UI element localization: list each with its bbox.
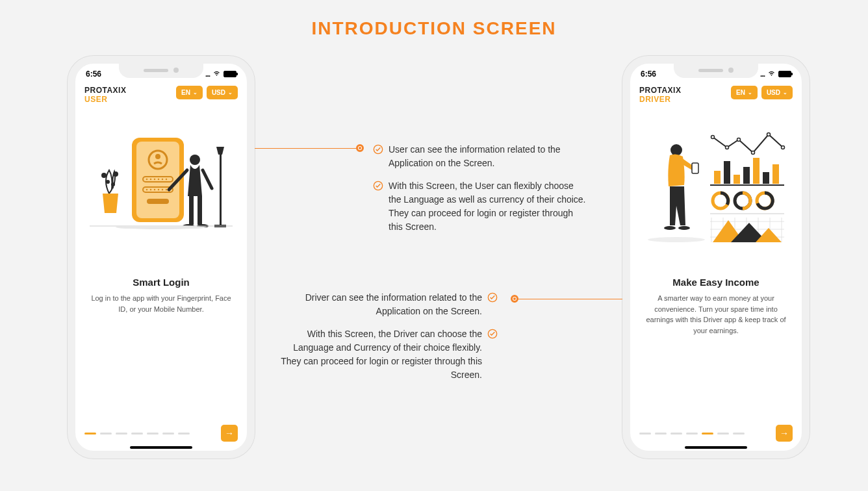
page-title: INTRODUCTION SCREEN [0,0,868,39]
svg-rect-40 [734,175,740,184]
pagination-dot[interactable] [84,433,96,434]
svg-point-29 [111,183,115,186]
user-info-block: User can see the information related to … [373,143,587,243]
svg-point-66 [678,226,690,230]
svg-point-16 [162,189,163,190]
svg-rect-41 [743,167,750,184]
chevron-down-icon: ⌄ [783,90,787,95]
pagination-dot[interactable] [670,433,682,434]
pagination-dot[interactable] [178,433,190,434]
svg-point-7 [154,179,155,180]
info-text: Driver can see the information related t… [277,291,482,318]
illustration-login [84,116,238,258]
svg-point-67 [648,237,705,242]
pagination-dot[interactable] [655,433,667,434]
status-time: 6:56 [641,69,656,79]
driver-info-block: Driver can see the information related t… [277,291,498,391]
pagination-dot[interactable] [686,433,698,434]
pagination-dot[interactable] [733,433,745,434]
svg-point-3 [155,154,160,159]
pagination-dot[interactable] [100,433,112,434]
info-text: User can see the information related to … [389,143,587,170]
language-selector[interactable]: EN⌄ [731,86,758,99]
pagination-dot[interactable] [162,433,174,434]
home-indicator [685,446,747,449]
info-text: With this Screen, the User can flexibly … [389,179,587,234]
pagination-dot[interactable] [116,433,127,434]
svg-point-12 [146,189,147,190]
phone-notch [674,62,758,78]
svg-rect-44 [772,164,779,184]
next-button[interactable]: → [776,425,793,442]
wifi-icon [767,69,776,79]
arrow-right-icon: → [780,428,789,438]
screen-title: Smart Login [75,277,247,288]
svg-rect-64 [692,163,698,173]
connector-dot [511,295,518,303]
arrow-right-icon: → [225,428,234,438]
currency-selector[interactable]: USD⌄ [761,86,793,99]
language-selector[interactable]: EN⌄ [176,86,203,99]
check-icon [487,329,498,339]
pagination-dot[interactable] [717,433,729,434]
pagination-dot[interactable] [702,433,713,434]
svg-point-36 [767,133,771,136]
chevron-down-icon: ⌄ [228,90,233,95]
svg-point-9 [162,179,163,180]
svg-rect-39 [724,161,730,184]
svg-point-27 [113,171,118,177]
svg-point-5 [146,179,147,180]
svg-point-28 [106,180,110,184]
pagination-dot[interactable] [131,433,143,434]
battery-icon [778,71,791,77]
svg-point-17 [166,189,167,190]
svg-point-31 [116,225,207,229]
svg-rect-43 [763,172,769,184]
check-icon [373,181,383,191]
svg-point-6 [150,179,151,180]
chevron-down-icon: ⌄ [193,90,198,95]
svg-point-13 [150,189,151,190]
svg-point-34 [737,138,741,142]
home-indicator [130,446,192,449]
wifi-icon [212,69,221,79]
currency-selector[interactable]: USD⌄ [207,86,238,99]
connector-line [517,299,622,299]
svg-point-32 [711,136,715,139]
svg-rect-21 [198,196,202,225]
phone-mockup-driver: 6:56 .... PROTAXIX DRIVER EN⌄ USD⌄ [622,56,810,459]
svg-point-10 [166,179,167,180]
svg-point-33 [726,146,729,149]
signal-icon: .... [205,71,210,78]
phone-notch [119,62,203,78]
svg-rect-24 [220,152,222,225]
svg-point-63 [670,144,682,156]
app-brand: PROTAXIX USER [84,86,126,104]
svg-rect-42 [753,158,760,184]
svg-rect-20 [189,196,194,225]
svg-rect-18 [147,199,169,204]
battery-icon [223,71,236,77]
svg-point-65 [664,226,676,230]
svg-rect-38 [714,171,721,184]
screen-description: Log in to the app with your Fingerprint,… [75,288,247,314]
check-icon [373,144,383,155]
app-brand: PROTAXIX DRIVER [639,86,681,104]
status-time: 6:56 [86,69,101,79]
svg-point-8 [158,179,159,180]
pagination-dots [84,433,190,434]
illustration-income [639,116,793,258]
connector-dot [356,144,364,152]
pagination-dot[interactable] [147,433,159,434]
next-button[interactable]: → [221,425,238,442]
screen-title: Make Easy Income [630,277,802,288]
signal-icon: .... [760,71,765,78]
chevron-down-icon: ⌄ [748,90,752,95]
screen-description: A smarter way to earn money at your conv… [630,288,802,336]
check-icon [487,292,498,303]
svg-point-19 [190,155,200,165]
svg-point-26 [101,173,107,178]
pagination-dot[interactable] [639,433,651,434]
pagination-dots [639,433,745,434]
connector-line [255,148,359,149]
